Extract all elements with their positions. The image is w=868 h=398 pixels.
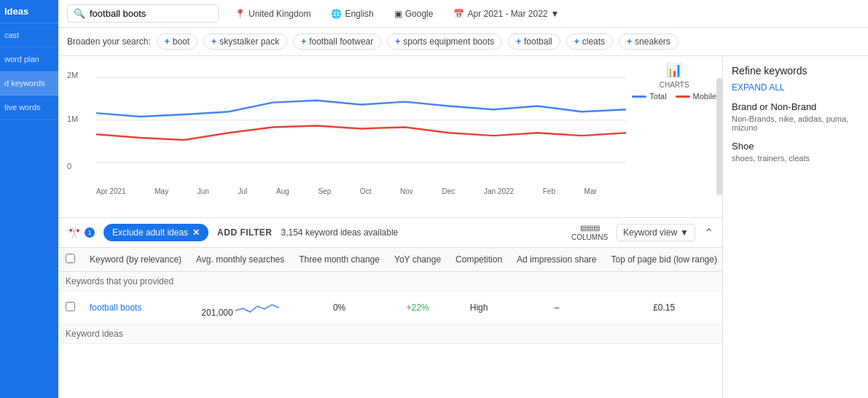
keyword-cell[interactable]: football boots [82,292,189,324]
content-area: 2M 1M 0 📊 CHARTS Total Mobile [58,56,868,398]
x-axis-labels: Apr 2021 May Jun Jul Aug Sep Oct Nov Dec… [96,187,597,195]
search-icon: 🔍 [74,8,85,19]
columns-button[interactable]: ▤▤▤ COLUMNS [571,224,608,241]
plus-icon: + [395,36,400,47]
top-bar: 🔍 📍 United Kingdom 🌐 English ▣ Google 📅 … [58,0,868,28]
chevron-down-icon: ▼ [551,9,560,19]
broaden-chip-sneakers[interactable]: + sneakers [619,34,679,50]
refine-section-brand-sub: Non-Brands, nike, adidas, puma, mizuno [732,114,859,132]
sidebar-item-word-plan[interactable]: word plan [0,47,58,71]
language-button[interactable]: 🌐 English [327,6,378,22]
exclude-adult-button[interactable]: Exclude adult ideas ✕ [103,224,208,241]
th-ad-impression: Ad impression share [509,248,603,272]
plus-icon: + [574,36,579,47]
competition-cell: High [448,292,509,324]
y-label-2m: 2M [67,71,78,79]
chart-scrollbar[interactable] [716,78,722,195]
chart-section: 2M 1M 0 📊 CHARTS Total Mobile [58,56,722,218]
avg-monthly-cell: 201,000 [189,292,292,324]
filter-badge: 1 [85,227,95,238]
date-range-button[interactable]: 📅 Apr 2021 - Mar 2022 ▼ [449,6,563,22]
row-checkbox-cell [58,292,82,324]
refine-section-brand-title[interactable]: Brand or Non-Brand [732,101,859,112]
translate-icon: 🌐 [331,9,342,19]
yoy-cell: +22% [387,292,448,324]
refine-section-shoe-title[interactable]: Shoe [732,141,859,152]
refine-section-shoe: Shoe shoes, trainers, cleats [732,141,859,163]
broaden-row: Broaden your search: + boot + skystalker… [58,28,868,56]
sidebar-item-forecast[interactable]: cast [0,23,58,47]
chart-top-right: 📊 CHARTS Total Mobile [632,62,716,101]
broaden-chip-football[interactable]: + football [508,34,560,50]
ad-impression-cell: – [509,292,603,324]
table-row: football boots 201,000 0% +22% [58,292,722,324]
chevron-down-icon: ▼ [680,227,689,238]
calendar-icon: 📅 [453,9,464,19]
refine-keywords-panel: Refine keywords EXPAND ALL Brand or Non-… [722,56,868,398]
th-checkbox [58,248,82,272]
plus-icon: + [165,36,170,47]
select-all-checkbox[interactable] [66,254,75,263]
expand-all-button[interactable]: EXPAND ALL [732,82,859,93]
sidebar-header: Ideas [0,0,58,23]
filter-bar: 🎌 1 Exclude adult ideas ✕ ADD FILTER 3,1… [58,218,722,248]
sidebar-item-keywords[interactable]: d keywords [0,71,58,95]
left-panel: 2M 1M 0 📊 CHARTS Total Mobile [58,56,722,398]
legend-mobile-dot [676,95,690,98]
filter-icon-button[interactable]: 🎌 1 [67,226,95,240]
location-icon: 📍 [235,9,246,19]
provided-section-label: Keywords that you provided [58,272,722,292]
add-filter-button[interactable]: ADD FILTER [217,227,272,238]
broaden-chip-cleats[interactable]: + cleats [566,34,613,50]
broaden-label: Broaden your search: [67,36,151,47]
search-box[interactable]: 🔍 [67,4,219,23]
filter-icon: 🎌 [67,226,82,240]
row-checkbox[interactable] [66,302,75,311]
th-three-month: Three month change [292,248,387,272]
collapse-button[interactable]: ⌃ [704,226,713,240]
main-content: 🔍 📍 United Kingdom 🌐 English ▣ Google 📅 … [58,0,868,398]
y-label-0: 0 [67,162,71,171]
th-yoy: YoY change [387,248,448,272]
th-top-page-low: Top of page bid (low range) [603,248,722,272]
broaden-chip-football-footwear[interactable]: + football footwear [293,34,381,50]
keyword-view-button[interactable]: Keyword view ▼ [617,224,695,241]
y-label-1m: 1M [67,114,78,123]
legend-total-dot [632,95,646,98]
broaden-chip-boot[interactable]: + boot [157,34,198,50]
th-avg-monthly: Avg. monthly searches [189,248,292,272]
th-competition: Competition [448,248,509,272]
table-area[interactable]: Keyword (by relevance) Avg. monthly sear… [58,248,722,398]
legend-total: Total [632,92,666,101]
refine-title: Refine keywords [732,65,859,77]
plus-icon: + [627,36,632,47]
columns-icon: ▤▤▤ [580,224,600,232]
search-input[interactable] [90,8,212,19]
source-button[interactable]: ▣ Google [390,6,438,22]
location-button[interactable]: 📍 United Kingdom [230,6,315,22]
plus-icon: + [516,36,521,47]
line-chart [96,71,626,184]
google-icon: ▣ [394,9,402,19]
chart-icon[interactable]: 📊 [666,62,682,78]
sidebar: Ideas cast word plan d keywords tive wor… [0,0,58,398]
legend-mobile: Mobile [676,92,716,101]
ideas-section-label: Keyword ideas [58,324,722,344]
chart-legend: Total Mobile [632,92,716,101]
sidebar-item-tive-words[interactable]: tive words [0,95,58,120]
refine-section-brand: Brand or Non-Brand Non-Brands, nike, adi… [732,101,859,132]
three-month-cell: 0% [292,292,387,324]
plus-icon: + [301,36,306,47]
broaden-chip-sports-equipment[interactable]: + sports equipment boots [387,34,502,50]
th-keyword: Keyword (by relevance) [82,248,189,272]
refine-section-shoe-sub: shoes, trainers, cleats [732,154,859,163]
broaden-chip-skystalker[interactable]: + skystalker pack [203,34,287,50]
ideas-count: 3,154 keyword ideas available [281,227,399,238]
mini-sparkline [235,297,279,316]
close-icon: ✕ [192,227,200,238]
plus-icon: + [211,36,216,47]
keywords-table: Keyword (by relevance) Avg. monthly sear… [58,248,722,344]
top-page-low-cell: £0.15 [603,292,722,324]
